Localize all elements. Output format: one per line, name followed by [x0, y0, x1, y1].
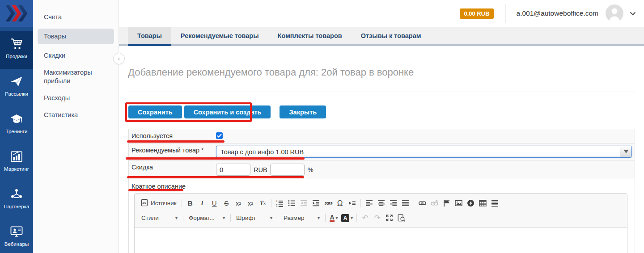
- flash-button[interactable]: [465, 198, 477, 209]
- bg-color-button[interactable]: A▾: [340, 212, 354, 224]
- remove-format-button[interactable]: Tx: [257, 198, 269, 209]
- avatar[interactable]: [606, 4, 623, 22]
- source-block-button[interactable]: [395, 212, 407, 224]
- chevron-down-icon: ▾: [223, 215, 225, 220]
- source-icon: <>: [141, 199, 148, 208]
- save-and-create-button[interactable]: Сохранить и создать: [184, 105, 271, 118]
- format-dropdown[interactable]: Формат...▾: [186, 212, 228, 223]
- discount-percent-input[interactable]: [270, 164, 305, 176]
- menu-item[interactable]: Статистика: [38, 110, 114, 121]
- align-left-button[interactable]: [363, 198, 375, 209]
- rich-text-editor: <>ИсточникBIUSx2x2Tx12””Ω Стили▾Формат..…: [134, 193, 627, 253]
- align-justify-button[interactable]: [399, 198, 411, 209]
- save-button[interactable]: Сохранить: [128, 105, 182, 118]
- menu-item[interactable]: Максимизаторы прибыли: [38, 67, 114, 87]
- chevron-down-icon: ▾: [318, 215, 320, 220]
- image-button[interactable]: [453, 198, 465, 209]
- header-divider: [505, 4, 506, 23]
- form-row-used: Используется: [129, 129, 635, 143]
- sidebar-item-paper-plane[interactable]: Рассылки: [0, 69, 33, 106]
- affiliate-icon: [9, 186, 24, 202]
- sidebar-item-cart[interactable]: Продажи: [0, 31, 33, 69]
- svg-text:2: 2: [276, 204, 278, 207]
- balance-badge[interactable]: 0.00 RUB: [460, 8, 493, 19]
- discount-label: Скидка: [129, 160, 214, 179]
- bold-button[interactable]: B: [184, 198, 196, 209]
- svg-text:1: 1: [276, 199, 278, 202]
- account-email[interactable]: a.001@autoweboffice.com: [517, 9, 598, 17]
- percent-suffix: %: [308, 166, 314, 173]
- tab[interactable]: Комплекты товаров: [268, 27, 352, 46]
- editor-content-area[interactable]: [135, 228, 627, 253]
- sidebar-item-affiliate[interactable]: Партнёрка: [0, 181, 33, 219]
- page-title: Добавление рекомендуемого товара для: 2о…: [128, 67, 414, 78]
- table-button[interactable]: [477, 198, 489, 209]
- source-label: Источник: [151, 200, 177, 207]
- menu-item[interactable]: Счета: [38, 12, 114, 23]
- styles-dropdown[interactable]: Стили▾: [138, 212, 181, 223]
- size-dropdown-label: Размер: [284, 215, 304, 221]
- discount-rub-input[interactable]: [216, 164, 250, 176]
- page-break-button[interactable]: [346, 198, 358, 209]
- tab[interactable]: Рекомендуемые товары: [171, 27, 268, 46]
- svg-text:<>: <>: [142, 201, 147, 205]
- editor-toolbar: <>ИсточникBIUSx2x2Tx12””Ω Стили▾Формат..…: [135, 194, 627, 228]
- horizontal-rule-button[interactable]: [489, 198, 501, 209]
- link-button[interactable]: [416, 198, 428, 209]
- tab-bar: ТоварыРекомендуемые товарыКомплекты това…: [119, 27, 644, 46]
- special-char-button[interactable]: Ω: [334, 198, 346, 209]
- subscript-button[interactable]: x2: [233, 198, 245, 209]
- bulleted-list-button[interactable]: [286, 198, 298, 209]
- source-button[interactable]: <>Источник: [138, 198, 179, 209]
- superscript-button[interactable]: x2: [245, 198, 257, 209]
- description-label: Краткое описание: [129, 179, 635, 190]
- webinar-icon: [9, 224, 24, 239]
- product-select[interactable]: Товар с доп инфо 1.00 RUB: [216, 146, 632, 158]
- sidebar-item-graduation-cap[interactable]: Тренинги: [0, 106, 33, 144]
- app-window: ПродажиРассылкиТренингиМаркетингПартнёрк…: [0, 0, 644, 253]
- toolbar-separator: [182, 199, 182, 207]
- sidebar-item-webinar[interactable]: Вебинары: [0, 219, 33, 253]
- menu-item[interactable]: Расходы: [38, 93, 114, 104]
- indent-button[interactable]: [310, 198, 322, 209]
- sidebar-item-label: Продажи: [6, 54, 27, 59]
- toolbar-separator: [325, 214, 326, 222]
- account-menu-caret-icon[interactable]: [630, 12, 636, 16]
- tab[interactable]: Товары: [128, 27, 171, 46]
- align-center-button[interactable]: [375, 198, 387, 209]
- sidebar-item-label: Рассылки: [5, 91, 28, 97]
- styles-dropdown-label: Стили: [141, 215, 159, 221]
- maximize-button[interactable]: [383, 212, 395, 224]
- app-logo[interactable]: [0, 0, 33, 27]
- sidebar-item-bar-chart[interactable]: Маркетинг: [0, 144, 33, 181]
- size-dropdown[interactable]: Размер▾: [280, 212, 323, 223]
- close-button[interactable]: Закрыть: [280, 105, 326, 118]
- menu-item[interactable]: Товары: [38, 29, 114, 44]
- sidebar-collapse-button[interactable]: ‹: [113, 53, 125, 64]
- menu-item[interactable]: Скидки: [38, 50, 114, 61]
- text-color-button[interactable]: A▾: [328, 212, 340, 224]
- header: 0.00 RUB a.001@autoweboffice.com: [119, 0, 644, 27]
- menu-list: СчетаТоварыСкидкиМаксимизаторы прибылиРа…: [33, 12, 119, 121]
- form-row-product: Рекомендуемый товар * Товар с доп инфо 1…: [129, 143, 635, 160]
- align-right-button[interactable]: [387, 198, 399, 209]
- italic-button[interactable]: I: [196, 198, 208, 209]
- sidebar-item-label: Тренинги: [6, 129, 28, 134]
- bar-chart-icon: [9, 149, 24, 164]
- toolbar-separator: [278, 214, 278, 222]
- font-dropdown[interactable]: Шрифт▾: [233, 212, 275, 223]
- blockquote-button[interactable]: ””: [322, 198, 334, 209]
- underline-button[interactable]: U: [208, 198, 220, 209]
- action-bar: Сохранить Сохранить и создать Закрыть: [128, 105, 326, 118]
- anchor-button[interactable]: [441, 198, 453, 209]
- sidebar-item-label: Вебинары: [4, 241, 29, 247]
- sidebar-item-label: Маркетинг: [4, 166, 29, 172]
- tab[interactable]: Отзывы к товарам: [352, 27, 431, 46]
- numbered-list-button[interactable]: 12: [274, 198, 286, 209]
- used-checkbox[interactable]: [216, 132, 223, 139]
- primary-sidebar: ПродажиРассылкиТренингиМаркетингПартнёрк…: [0, 0, 33, 253]
- toolbar-separator: [183, 214, 183, 222]
- toolbar-separator: [360, 199, 361, 207]
- product-label: Рекомендуемый товар *: [129, 143, 214, 160]
- strike-button[interactable]: S: [220, 198, 233, 209]
